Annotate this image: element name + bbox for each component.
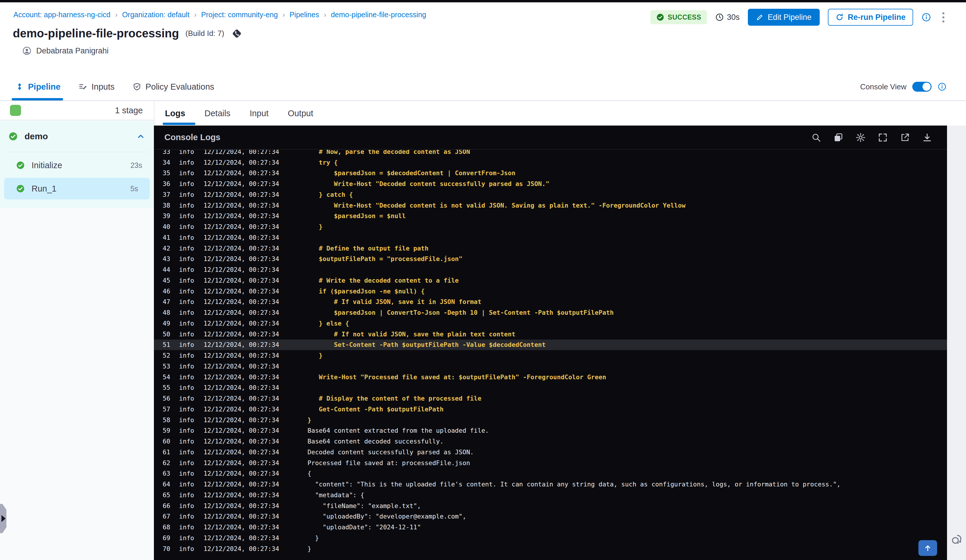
avatar-icon	[22, 46, 31, 56]
step-success-icon	[16, 184, 25, 193]
log-line-42: 42info12/12/2024, 00:27:34 # Define the …	[154, 243, 947, 254]
console-header: Console Logs	[154, 126, 947, 149]
stage-count-row: 1 stage	[0, 101, 154, 120]
stage-name: demo	[25, 131, 48, 141]
more-options-menu[interactable]	[940, 10, 947, 24]
stage-panel: demo Initialize 23s Run_1 5s	[0, 121, 154, 208]
log-line-69: 69info12/12/2024, 00:27:34 }	[154, 532, 947, 544]
log-line-37: 37info12/12/2024, 00:27:34 } catch {	[154, 189, 947, 200]
inputs-icon	[79, 82, 87, 91]
tab-inputs-label: Inputs	[91, 82, 115, 92]
log-tab-input[interactable]: Input	[250, 108, 269, 118]
log-line-57: 57info12/12/2024, 00:27:34 Get-Content -…	[154, 404, 947, 415]
log-line-47: 47info12/12/2024, 00:27:34 # If valid JS…	[154, 297, 947, 307]
log-line-34: 34info12/12/2024, 00:27:34 try {	[154, 157, 947, 168]
breadcrumb-account-link[interactable]: Account: app-harness-ng-cicd	[13, 10, 110, 19]
pipeline-duration: 30s	[715, 13, 740, 22]
page-header: Account: app-harness-ng-cicd › Organizat…	[0, 2, 966, 73]
breadcrumb-separator: ›	[324, 11, 326, 19]
log-line-48: 48info12/12/2024, 00:27:34 $parsedJson |…	[154, 307, 947, 318]
copy-icon[interactable]	[833, 132, 844, 143]
log-tab-details[interactable]: Details	[204, 108, 230, 118]
tab-inputs[interactable]: Inputs	[79, 82, 115, 92]
main-tabbar: Pipeline Inputs Policy Evaluations Conso…	[0, 73, 966, 101]
log-scroll-area[interactable]: 33info12/12/2024, 00:27:34 # Now, parse …	[154, 150, 947, 560]
author-row: Debabrata Panigrahi	[22, 46, 108, 56]
tab-pipeline[interactable]: Pipeline	[15, 82, 61, 92]
pipeline-icon	[15, 82, 24, 91]
fullscreen-icon[interactable]	[877, 132, 888, 143]
status-label: SUCCESS	[668, 13, 702, 21]
log-line-33: 33info12/12/2024, 00:27:34 # Now, parse …	[154, 150, 947, 157]
log-line-56: 56info12/12/2024, 00:27:34 # Display the…	[154, 393, 947, 404]
log-line-62: 62info12/12/2024, 00:27:34Processed file…	[154, 458, 947, 468]
console-view-info-icon[interactable]	[937, 82, 947, 91]
log-line-67: 67info12/12/2024, 00:27:34 "uploadedBy":…	[154, 511, 947, 522]
console-view-toggle[interactable]	[912, 82, 932, 92]
breadcrumb-project-link[interactable]: Project: community-eng	[201, 10, 278, 19]
log-line-64: 64info12/12/2024, 00:27:34 "content": "T…	[154, 479, 947, 489]
search-icon[interactable]	[811, 132, 821, 143]
edit-pipeline-button[interactable]: Edit Pipeline	[748, 9, 820, 26]
step-success-icon	[16, 161, 25, 169]
success-check-icon	[656, 13, 664, 21]
build-id-label: (Build Id: 7)	[186, 29, 224, 38]
right-gutter	[947, 126, 966, 560]
log-line-41: 41info12/12/2024, 00:27:34	[154, 232, 947, 243]
settings-icon[interactable]	[855, 132, 866, 143]
console-toolbar	[811, 132, 932, 143]
log-line-61: 61info12/12/2024, 00:27:34Decoded conten…	[154, 447, 947, 458]
author-name: Debabrata Panigrahi	[36, 46, 108, 56]
step-label: Run_1	[31, 184, 56, 194]
log-line-70: 70info12/12/2024, 00:27:34}	[154, 544, 947, 554]
status-badge: SUCCESS	[651, 10, 707, 24]
log-line-39: 39info12/12/2024, 00:27:34 $parsedJson =…	[154, 211, 947, 222]
active-log-tab-underline	[163, 123, 196, 125]
console-view-control: Console View	[860, 73, 947, 100]
log-line-36: 36info12/12/2024, 00:27:34 Write-Host "D…	[154, 178, 947, 189]
stage-header-demo[interactable]: demo	[0, 121, 154, 152]
log-line-58: 58info12/12/2024, 00:27:34}	[154, 415, 947, 425]
active-tab-underline	[12, 98, 63, 100]
log-line-44: 44info12/12/2024, 00:27:34	[154, 264, 947, 275]
log-line-49: 49info12/12/2024, 00:27:34 } else {	[154, 318, 947, 329]
step-duration: 23s	[131, 161, 142, 170]
tab-policy-evaluations[interactable]: Policy Evaluations	[133, 82, 214, 92]
step-row-run-1[interactable]: Run_1 5s	[4, 178, 150, 199]
window-top-strip	[0, 0, 966, 2]
breadcrumb-separator: ›	[194, 11, 197, 19]
stage-status-square	[10, 105, 21, 116]
page-title: demo-pipeline-file-processing	[13, 27, 179, 40]
git-branch-icon[interactable]	[231, 28, 243, 40]
log-line-60: 60info12/12/2024, 00:27:34Base64 content…	[154, 436, 947, 447]
chevron-up-icon[interactable]	[136, 132, 145, 141]
breadcrumb-current-pipeline[interactable]: demo-pipeline-file-processing	[331, 10, 426, 19]
log-line-53: 53info12/12/2024, 00:27:34	[154, 361, 947, 372]
header-controls: SUCCESS 30s Edit Pipeline Re-run Pipelin…	[651, 8, 947, 26]
log-tab-output[interactable]: Output	[288, 108, 313, 118]
breadcrumb-pipelines-link[interactable]: Pipelines	[289, 10, 319, 19]
log-tab-logs[interactable]: Logs	[165, 108, 185, 118]
breadcrumb-separator: ›	[115, 11, 117, 19]
rerun-info-icon[interactable]	[921, 12, 931, 22]
breadcrumb-org-link[interactable]: Organization: default	[122, 10, 189, 19]
rerun-pipeline-button[interactable]: Re-run Pipeline	[828, 9, 913, 26]
title-row: demo-pipeline-file-processing (Build Id:…	[13, 27, 243, 40]
scroll-to-top-button[interactable]	[918, 540, 937, 556]
step-duration: 5s	[131, 184, 138, 193]
help-chat-icon[interactable]	[950, 533, 963, 547]
log-rows: 33info12/12/2024, 00:27:34 # Now, parse …	[154, 150, 947, 554]
stage-success-icon	[9, 132, 18, 141]
log-line-50: 50info12/12/2024, 00:27:34 # If not vali…	[154, 329, 947, 340]
tab-pipeline-label: Pipeline	[28, 82, 61, 92]
console-view-label: Console View	[860, 82, 907, 91]
log-line-65: 65info12/12/2024, 00:27:34 "metadata": {	[154, 489, 947, 501]
console-logs-panel: Console Logs 33info12/12/2024, 00:27:34	[154, 126, 947, 560]
edit-pipeline-label: Edit Pipeline	[768, 13, 812, 22]
rerun-icon	[835, 13, 844, 21]
step-row-initialize[interactable]: Initialize 23s	[0, 154, 154, 176]
open-in-new-icon[interactable]	[900, 132, 910, 143]
log-line-63: 63info12/12/2024, 00:27:34{	[154, 468, 947, 479]
log-line-46: 46info12/12/2024, 00:27:34 if ($parsedJs…	[154, 286, 947, 297]
download-icon[interactable]	[922, 132, 932, 143]
